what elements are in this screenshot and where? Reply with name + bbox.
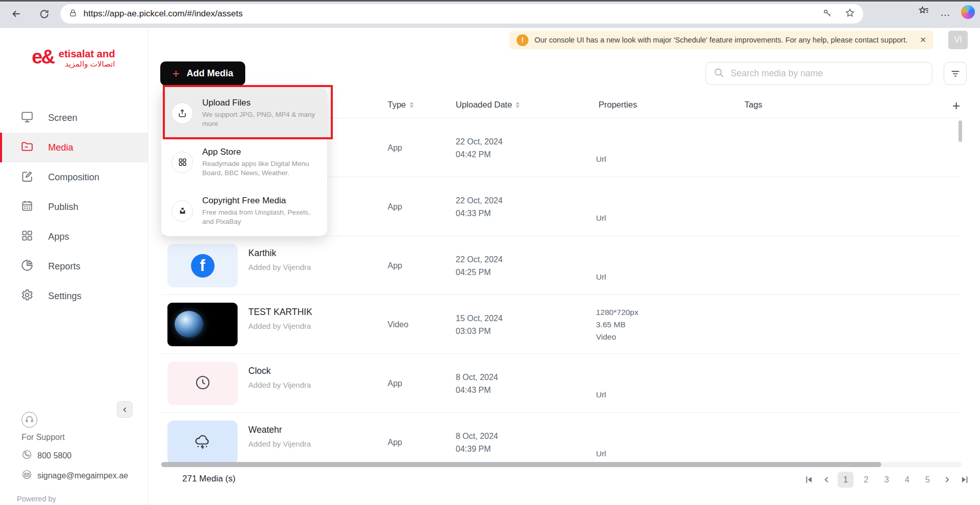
support-email[interactable]: signage@megaimpex.ae [22,469,128,482]
warning-icon: ! [517,34,528,46]
search-input[interactable] [731,68,925,79]
horizontal-scrollbar[interactable] [161,462,881,467]
media-table: App 22 Oct, 202404:42 PM Url App 22 Oct,… [0,118,980,462]
url-text[interactable]: https://app-ae.pickcel.com/#/index/asset… [83,9,822,19]
facebook-icon: f [191,254,215,278]
next-page-icon[interactable] [940,472,953,488]
back-icon[interactable] [9,7,24,21]
bookmark-star-icon[interactable] [845,8,855,20]
etisalat-logo: e& etisalat and اتصالات والمزيد [32,48,115,69]
clock-icon [194,374,211,393]
page-4[interactable]: 4 [899,472,915,488]
app-window: https://app-ae.pickcel.com/#/index/asset… [0,0,980,505]
column-uploaded-date[interactable]: Uploaded Date [456,100,520,110]
table-row[interactable]: Weatehr Added by Vijendra App 8 Oct, 202… [161,412,961,462]
notification-banner: ! Our console UI has a new look with maj… [509,31,933,49]
add-media-button[interactable]: + Add Media [160,61,245,86]
url-bar[interactable]: https://app-ae.pickcel.com/#/index/asset… [60,4,863,24]
menu-item-upload-files[interactable]: Upload Files We support JPG, PNG, MP4 & … [161,88,327,138]
etisalat-logo-mark: e& [32,48,54,66]
previous-page-icon[interactable] [820,472,833,488]
added-by: Added by Vijendra [248,381,311,389]
brand-name-ar: اتصالات والمزيد [59,59,115,69]
weather-thumbnail[interactable] [167,420,238,462]
search-box[interactable] [706,62,932,85]
clock-thumbnail[interactable] [167,362,238,405]
media-name: Karthik [248,248,311,259]
media-count: 271 Media (s) [182,474,236,484]
powered-by: Powered by PICKCEL [17,495,98,505]
plus-icon: + [172,69,179,79]
menu-item-app-store[interactable]: App Store Readymade apps like Digital Me… [161,138,327,186]
browser-toolbar: https://app-ae.pickcel.com/#/index/asset… [0,0,980,28]
upload-icon [172,102,193,124]
column-tags: Tags [744,100,762,110]
favorites-list-icon[interactable] [918,5,930,19]
profile-avatar[interactable]: VI [948,31,968,49]
added-by: Added by Vijendra [248,263,311,271]
column-properties: Properties [599,100,637,110]
table-row[interactable]: TEST KARTHIK Added by Vijendra Video 15 … [161,294,961,353]
last-page-icon[interactable] [958,472,971,488]
site-lock-icon[interactable] [69,9,77,19]
table-header: Type Uploaded Date Properties Tags + [0,100,980,117]
menu-item-copyright-free-media[interactable]: Copyright Free Media Free media from Uns… [161,186,327,236]
sort-icon[interactable] [410,102,414,108]
password-key-icon[interactable] [822,8,833,20]
search-icon [713,67,725,80]
page-1[interactable]: 1 [838,472,854,488]
refresh-icon[interactable] [37,7,51,21]
page-2[interactable]: 2 [858,472,874,488]
table-row[interactable]: Clock Added by Vijendra App 8 Oct, 20240… [161,353,961,412]
copilot-icon[interactable] [961,5,975,19]
banner-text: Our console UI has a new look with major… [535,36,908,44]
add-media-menu: Upload Files We support JPG, PNG, MP4 & … [161,88,327,236]
column-type[interactable]: Type [388,100,414,110]
media-name: Weatehr [248,425,311,435]
added-by: Added by Vijendra [248,322,312,330]
added-by: Added by Vijendra [248,439,311,448]
media-name: Clock [248,366,311,376]
storm-cloud-icon [193,432,212,453]
browser-menu-icon[interactable]: … [940,10,951,15]
table-row[interactable]: f Karthik Added by Vijendra App 22 Oct, … [161,236,961,294]
page-3[interactable]: 3 [879,472,894,488]
filter-button[interactable] [944,62,967,85]
unsplash-icon [172,200,193,222]
sort-icon[interactable] [516,102,520,108]
earth-image [175,311,203,338]
media-name: TEST KARTHIK [248,307,312,318]
banner-close-icon[interactable]: ✕ [920,35,926,45]
first-page-icon[interactable] [802,472,815,488]
brand-name-en: etisalat and [59,48,115,59]
facebook-thumbnail[interactable]: f [167,244,238,287]
page-5[interactable]: 5 [920,472,935,488]
video-thumbnail[interactable] [167,303,238,346]
vertical-scrollbar[interactable] [958,120,962,142]
pagination: 1 2 3 4 5 [802,472,971,488]
app-store-grid-icon [172,152,193,173]
add-column-icon[interactable]: + [952,98,960,114]
email-icon [22,469,32,482]
window-edge [0,0,980,2]
